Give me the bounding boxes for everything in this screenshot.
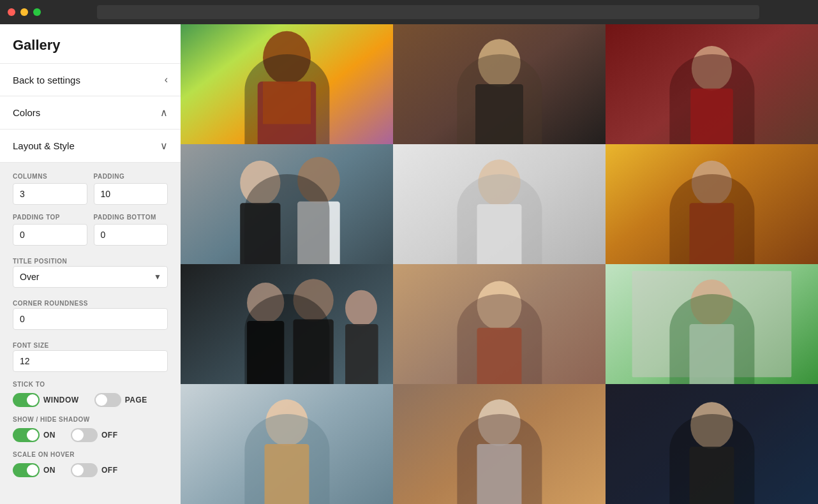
gallery-item[interactable]: [393, 264, 606, 384]
svg-rect-35: [690, 324, 734, 384]
gallery-item[interactable]: [393, 144, 606, 264]
padding-top-label: PADDING TOP: [13, 214, 87, 221]
layout-style-section[interactable]: Layout & Style ∨: [0, 130, 181, 163]
stick-to-page-option: PAGE: [94, 393, 147, 407]
minimize-dot[interactable]: [20, 8, 28, 16]
svg-rect-8: [606, 24, 818, 144]
title-bar: [0, 0, 818, 24]
main-layout: Gallery Back to settings ‹ Colors ∧ Layo…: [0, 24, 818, 504]
font-size-group: FONT SIZE: [13, 339, 168, 372]
gallery-item[interactable]: [606, 264, 818, 384]
padding-group: PADDING: [94, 173, 168, 205]
svg-rect-10: [690, 89, 733, 144]
scale-hover-section: SCALE ON HOVER ON OFF: [13, 451, 168, 477]
padding-bottom-label: PADDING BOTTOM: [94, 214, 168, 221]
gallery-item[interactable]: [181, 384, 393, 504]
svg-rect-26: [293, 320, 333, 384]
svg-point-30: [477, 281, 522, 330]
sidebar-header: Gallery: [0, 24, 181, 64]
padding-top-bottom-row: PADDING TOP PADDING BOTTOM: [13, 214, 168, 246]
shadow-off-toggle[interactable]: [71, 428, 98, 442]
svg-point-5: [478, 39, 521, 87]
gallery-grid: [181, 24, 818, 504]
back-icon: ‹: [165, 74, 168, 85]
svg-point-20: [692, 161, 732, 205]
svg-rect-18: [477, 204, 522, 264]
colors-chevron-icon: ∧: [160, 107, 168, 119]
stick-to-page-label: PAGE: [125, 396, 147, 404]
shadow-off-label: OFF: [101, 431, 118, 440]
maximize-dot[interactable]: [33, 8, 41, 16]
title-position-select[interactable]: Over Below None: [13, 266, 168, 288]
svg-rect-2: [258, 82, 316, 144]
gallery-item[interactable]: [606, 144, 818, 264]
shadow-off-option: OFF: [71, 428, 118, 442]
svg-rect-13: [240, 203, 280, 264]
stick-to-window-toggle[interactable]: [13, 393, 40, 407]
stick-to-section: STICK TO WINDOW PAGE: [13, 381, 168, 407]
title-position-label: TITLE POSITION: [13, 258, 67, 265]
svg-rect-28: [345, 324, 378, 384]
back-label: Back to settings: [13, 75, 80, 85]
font-size-input[interactable]: [13, 350, 168, 372]
padding-label: PADDING: [94, 173, 168, 180]
padding-input[interactable]: [94, 183, 168, 205]
shadow-label: SHOW / HIDE SHADOW: [13, 416, 168, 423]
padding-bottom-group: PADDING BOTTOM: [94, 214, 168, 246]
colors-label: Colors: [13, 107, 40, 118]
columns-input[interactable]: [13, 183, 87, 205]
padding-top-input[interactable]: [13, 224, 87, 246]
gallery-item[interactable]: [181, 24, 393, 144]
shadow-on-toggle[interactable]: [13, 428, 40, 442]
svg-rect-31: [477, 328, 522, 384]
svg-point-25: [293, 279, 333, 322]
columns-label: COLUMNS: [13, 173, 87, 180]
svg-rect-38: [265, 444, 309, 504]
scale-off-toggle[interactable]: [71, 463, 98, 477]
svg-point-27: [345, 290, 377, 327]
svg-point-9: [692, 46, 732, 91]
svg-rect-7: [475, 84, 523, 144]
corner-roundness-group: CORNER ROUNDNESS: [13, 297, 168, 330]
gallery-item[interactable]: [393, 24, 606, 144]
address-bar[interactable]: [97, 5, 759, 19]
svg-point-23: [247, 283, 284, 323]
gallery-item[interactable]: [393, 384, 606, 504]
svg-rect-24: [247, 321, 284, 384]
padding-top-group: PADDING TOP: [13, 214, 87, 246]
shadow-toggle-row: ON OFF: [13, 428, 168, 442]
back-to-settings[interactable]: Back to settings ‹: [0, 64, 181, 96]
svg-point-12: [240, 161, 280, 205]
shadow-on-option: ON: [13, 428, 56, 442]
padding-bottom-input[interactable]: [94, 224, 168, 246]
close-dot[interactable]: [8, 8, 15, 16]
scale-off-option: OFF: [71, 463, 118, 477]
scale-off-label: OFF: [101, 466, 118, 475]
gallery-item[interactable]: [606, 24, 818, 144]
scale-on-toggle[interactable]: [13, 463, 40, 477]
gallery-item[interactable]: [606, 384, 818, 504]
svg-point-40: [478, 399, 521, 446]
gallery-item[interactable]: [181, 144, 393, 264]
stick-to-window-label: WINDOW: [43, 396, 79, 404]
stick-to-page-toggle[interactable]: [94, 393, 121, 407]
columns-padding-row: COLUMNS PADDING: [13, 173, 168, 205]
title-position-group: TITLE POSITION Over Below None ▼: [13, 255, 168, 288]
font-size-label: FONT SIZE: [13, 342, 49, 349]
scale-on-option: ON: [13, 463, 56, 477]
stick-to-label: STICK TO: [13, 381, 168, 388]
gallery-item[interactable]: [181, 264, 393, 384]
shadow-on-label: ON: [43, 431, 56, 440]
stick-to-window-option: WINDOW: [13, 393, 79, 407]
corner-roundness-input[interactable]: [13, 308, 168, 330]
svg-point-37: [265, 399, 308, 446]
layout-style-label: Layout & Style: [13, 140, 75, 151]
sidebar: Gallery Back to settings ‹ Colors ∧ Layo…: [0, 24, 181, 504]
stick-to-toggle-row: WINDOW PAGE: [13, 393, 168, 407]
columns-group: COLUMNS: [13, 173, 87, 205]
settings-panel: COLUMNS PADDING PADDING TOP PADDING BOTT…: [0, 163, 181, 504]
colors-section[interactable]: Colors ∧: [0, 96, 181, 130]
layout-chevron-icon: ∨: [160, 140, 168, 152]
svg-point-17: [478, 159, 521, 206]
shadow-section: SHOW / HIDE SHADOW ON OFF: [13, 416, 168, 442]
